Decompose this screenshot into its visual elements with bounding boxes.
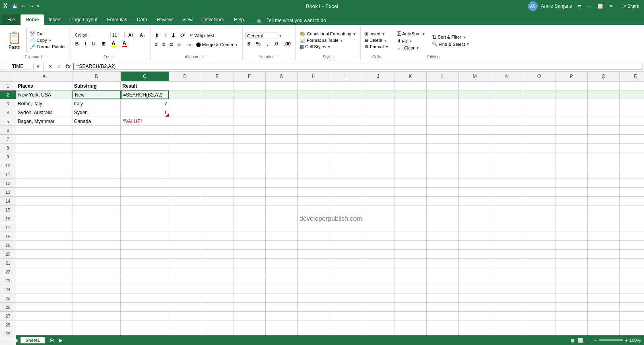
cell-g9[interactable] [266,152,298,161]
cell-r26[interactable] [620,303,644,312]
cell-e12[interactable] [201,179,233,188]
cell-a5[interactable]: Bagan, Myanmar [16,117,72,126]
cell-a13[interactable] [16,188,72,197]
cell-c26[interactable] [121,303,169,312]
cell-b17[interactable] [72,223,121,232]
view-break-button[interactable]: ⬚ [586,338,590,343]
cell-a17[interactable] [16,223,72,232]
cell-e3[interactable] [201,99,233,108]
cell-k24[interactable] [394,285,427,294]
cell-q4[interactable] [588,108,620,117]
cell-n27[interactable] [491,312,523,320]
bold-button[interactable]: B [73,40,81,47]
cell-c22[interactable] [121,267,169,276]
delete-cells-button[interactable]: ⊟ Delete ▾ [363,37,390,43]
tab-help[interactable]: Help [229,14,249,25]
cell-r4[interactable] [620,108,644,117]
cell-n25[interactable] [491,294,523,303]
add-sheet-button[interactable]: ⊕ [48,337,56,343]
cell-o20[interactable] [523,250,555,259]
cell-f3[interactable] [233,99,266,108]
view-normal-button[interactable]: ▦ [570,338,574,343]
cell-d5[interactable] [169,117,201,126]
cf-dropdown[interactable]: ▾ [353,32,356,36]
cell-e2[interactable] [201,90,233,99]
cell-a8[interactable] [16,144,72,152]
row-num-21[interactable]: 21 [0,259,16,267]
cell-m18[interactable] [459,232,491,241]
cell-q14[interactable] [588,197,620,205]
cell-a6[interactable] [16,126,72,135]
cell-b16[interactable] [72,214,121,223]
delete-dropdown[interactable]: ▾ [384,38,387,43]
restore-button[interactable]: ⬜ [596,3,605,10]
cell-g26[interactable] [266,303,298,312]
cell-g24[interactable] [266,285,298,294]
cell-k3[interactable] [394,99,427,108]
font-expand[interactable]: ⌐ [113,55,117,59]
cell-c8[interactable] [121,144,169,152]
cell-p25[interactable] [555,294,588,303]
row-num-20[interactable]: 20 [0,250,16,259]
cell-o19[interactable] [523,241,555,250]
cell-f2[interactable] [233,90,266,99]
cell-c4[interactable]: 1 [121,108,169,117]
zoom-in-button[interactable]: + [625,337,628,343]
cell-p3[interactable] [555,99,588,108]
cell-i1[interactable] [330,82,362,90]
cell-i2[interactable] [330,90,362,99]
cell-k16[interactable] [394,214,427,223]
cell-c12[interactable] [121,179,169,188]
col-header-c[interactable]: C [121,72,169,81]
cell-r25[interactable] [620,294,644,303]
cell-g21[interactable] [266,259,298,267]
cell-l11[interactable] [427,170,459,179]
cell-o25[interactable] [523,294,555,303]
cell-c14[interactable] [121,197,169,205]
cell-l20[interactable] [427,250,459,259]
cell-f8[interactable] [233,144,266,152]
cell-o23[interactable] [523,276,555,285]
cell-i8[interactable] [330,144,362,152]
cell-j10[interactable] [362,161,394,170]
cell-h2[interactable] [298,90,330,99]
cell-j21[interactable] [362,259,394,267]
cell-b8[interactable] [72,144,121,152]
cell-n19[interactable] [491,241,523,250]
formula-input[interactable] [73,63,642,70]
cell-m12[interactable] [459,179,491,188]
increase-font-button[interactable]: A↑ [126,32,136,38]
copy-button[interactable]: 📄 Copy ▾ [28,37,68,43]
cell-l1[interactable] [427,82,459,90]
cell-c7[interactable] [121,135,169,144]
cell-f26[interactable] [233,303,266,312]
wrap-text-button[interactable]: ↵ Wrap Text [188,32,216,38]
cell-j20[interactable] [362,250,394,259]
col-header-l[interactable]: L [427,72,459,81]
cell-i10[interactable] [330,161,362,170]
cell-h7[interactable] [298,135,330,144]
increase-decimal-button[interactable]: .0 [272,40,281,47]
cell-p7[interactable] [555,135,588,144]
cell-a21[interactable] [16,259,72,267]
format-table-button[interactable]: 📊 Format as Table ▾ [298,37,358,43]
cell-q6[interactable] [588,126,620,135]
col-header-a[interactable]: A [16,72,72,81]
cell-g7[interactable] [266,135,298,144]
cell-l26[interactable] [427,303,459,312]
cell-n17[interactable] [491,223,523,232]
cell-b6[interactable] [72,126,121,135]
cell-k9[interactable] [394,152,427,161]
cell-j3[interactable] [362,99,394,108]
cell-m10[interactable] [459,161,491,170]
cell-p13[interactable] [555,188,588,197]
fill-color-button[interactable]: A [109,39,119,48]
cell-r14[interactable] [620,197,644,205]
cell-n16[interactable] [491,214,523,223]
cell-o5[interactable] [523,117,555,126]
cell-b23[interactable] [72,276,121,285]
cell-i24[interactable] [330,285,362,294]
cell-n6[interactable] [491,126,523,135]
cell-g14[interactable] [266,197,298,205]
cell-i12[interactable] [330,179,362,188]
